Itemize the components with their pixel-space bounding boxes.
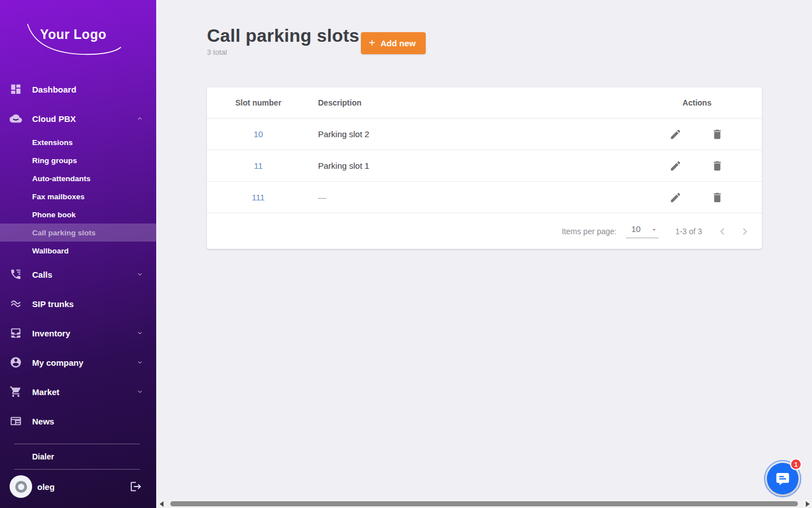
- sidebar-item-auto-attendants[interactable]: Auto-attendants: [0, 169, 156, 187]
- sidebar-item-cloud-pbx[interactable]: Cloud PBX: [0, 104, 156, 133]
- delete-button[interactable]: [711, 159, 725, 173]
- sidebar-item-extensions[interactable]: Extensions: [0, 133, 156, 151]
- chevron-up-icon: [136, 115, 144, 122]
- edit-button[interactable]: [669, 159, 683, 173]
- main-content: Call parking slots 3 total + Add new Slo…: [156, 0, 812, 508]
- scroll-right-arrow[interactable]: [806, 501, 810, 507]
- chat-bubble-icon: [774, 470, 791, 487]
- inventory-icon: [10, 327, 22, 339]
- user-row: oleg: [0, 470, 156, 508]
- person-circle-icon: [10, 356, 22, 369]
- column-header-slot-number: Slot number: [207, 98, 310, 107]
- trash-icon: [711, 160, 723, 172]
- sub-item-label: Phone book: [32, 211, 76, 219]
- cloud-icon: [10, 112, 22, 125]
- slot-number-link[interactable]: 111: [207, 192, 310, 202]
- dropdown-arrow-icon: [651, 226, 657, 233]
- pencil-icon: [669, 191, 682, 204]
- page-head: Call parking slots 3 total: [207, 25, 359, 56]
- actions-cell: [632, 159, 762, 173]
- sub-item-label: Call parking slots: [32, 229, 96, 237]
- sip-trunks-icon: [10, 297, 22, 310]
- trash-icon: [711, 128, 723, 141]
- items-per-page-select[interactable]: 10: [626, 224, 659, 238]
- delete-button[interactable]: [711, 128, 725, 141]
- page-title: Call parking slots: [207, 25, 359, 46]
- dashboard-icon: [10, 83, 22, 95]
- items-per-page-label: Items per page:: [562, 227, 616, 236]
- chevron-right-icon: [738, 225, 752, 238]
- paginator: Items per page: 10 1-3 of 3: [207, 213, 762, 249]
- table-header-row: Slot number Description Actions: [207, 87, 762, 119]
- sub-item-label: Fax mailboxes: [32, 192, 85, 201]
- delete-button[interactable]: [711, 191, 725, 204]
- total-count: 3 total: [207, 48, 359, 56]
- scrollbar-track[interactable]: [167, 500, 802, 508]
- sidebar-item-dialer[interactable]: Dialer: [0, 444, 156, 469]
- column-header-description: Description: [310, 98, 632, 107]
- table-row: 111 —: [207, 182, 762, 213]
- avatar-placeholder-icon: [15, 481, 27, 493]
- sub-item-label: Extensions: [32, 138, 73, 147]
- logout-icon[interactable]: [130, 480, 142, 493]
- slot-number-link[interactable]: 11: [207, 161, 310, 170]
- items-per-page-value: 10: [632, 224, 641, 234]
- sidebar-item-label: Inventory: [32, 329, 136, 338]
- edit-button[interactable]: [669, 191, 683, 204]
- description-cell: Parking slot 1: [310, 161, 632, 170]
- avatar: [10, 475, 32, 498]
- scrollbar-thumb[interactable]: [170, 501, 798, 506]
- actions-cell: [632, 128, 762, 141]
- chat-widget-button[interactable]: 1: [764, 460, 801, 497]
- sidebar-item-sip-trunks[interactable]: SIP trunks: [0, 289, 156, 318]
- chat-unread-badge: 1: [790, 458, 802, 470]
- chevron-down-icon: [136, 329, 144, 337]
- chevron-down-icon: [136, 358, 144, 366]
- page-range-label: 1-3 of 3: [676, 227, 702, 236]
- cloud-pbx-submenu: Extensions Ring groups Auto-attendants F…: [0, 133, 156, 260]
- pencil-icon: [669, 160, 682, 172]
- sidebar-item-phone-book[interactable]: Phone book: [0, 205, 156, 224]
- horizontal-scrollbar: [156, 500, 812, 508]
- sub-item-label: Ring groups: [32, 156, 77, 165]
- table-row: 11 Parking slot 1: [207, 150, 762, 182]
- sidebar: Your Logo Dashboard Cloud PBX Extensions…: [0, 0, 156, 508]
- logo: Your Logo: [25, 23, 124, 60]
- sidebar-item-label: My company: [32, 358, 136, 367]
- description-cell: —: [310, 192, 632, 202]
- slot-number-link[interactable]: 10: [207, 129, 310, 139]
- sidebar-item-market[interactable]: Market: [0, 377, 156, 406]
- sub-item-label: Wallboard: [32, 247, 69, 255]
- shopping-cart-icon: [10, 386, 22, 398]
- sidebar-item-label: Dashboard: [32, 85, 144, 94]
- sidebar-item-dashboard[interactable]: Dashboard: [0, 75, 156, 104]
- sub-item-label: Auto-attendants: [32, 174, 91, 183]
- previous-page-button[interactable]: [711, 220, 734, 243]
- chevron-down-icon: [136, 270, 144, 278]
- next-page-button[interactable]: [734, 220, 756, 243]
- scroll-left-arrow[interactable]: [160, 501, 164, 507]
- sidebar-item-inventory[interactable]: Inventory: [0, 318, 156, 348]
- add-new-button[interactable]: + Add new: [361, 32, 426, 54]
- column-header-actions: Actions: [632, 98, 762, 107]
- app-window: Your Logo Dashboard Cloud PBX Extensions…: [0, 0, 812, 508]
- actions-cell: [632, 191, 762, 204]
- sidebar-item-fax-mailboxes[interactable]: Fax mailboxes: [0, 187, 156, 205]
- add-new-label: Add new: [381, 38, 416, 48]
- user-name: oleg: [37, 482, 130, 492]
- parking-slots-table: Slot number Description Actions 10 Parki…: [207, 87, 762, 249]
- plus-icon: +: [369, 37, 376, 49]
- sidebar-item-label: Cloud PBX: [32, 114, 136, 124]
- sidebar-item-label: News: [32, 417, 144, 426]
- sidebar-item-ring-groups[interactable]: Ring groups: [0, 151, 156, 169]
- sidebar-item-news[interactable]: News: [0, 406, 156, 436]
- sidebar-item-label: Market: [32, 387, 136, 397]
- sidebar-item-wallboard[interactable]: Wallboard: [0, 242, 156, 260]
- sidebar-item-call-parking-slots[interactable]: Call parking slots: [0, 224, 156, 242]
- news-icon: [10, 415, 22, 427]
- edit-button[interactable]: [669, 128, 683, 141]
- sidebar-item-calls[interactable]: Calls: [0, 260, 156, 289]
- sidebar-item-my-company[interactable]: My company: [0, 348, 156, 377]
- chevron-left-icon: [716, 225, 729, 238]
- sidebar-nav: Dashboard Cloud PBX Extensions Ring grou…: [0, 75, 156, 438]
